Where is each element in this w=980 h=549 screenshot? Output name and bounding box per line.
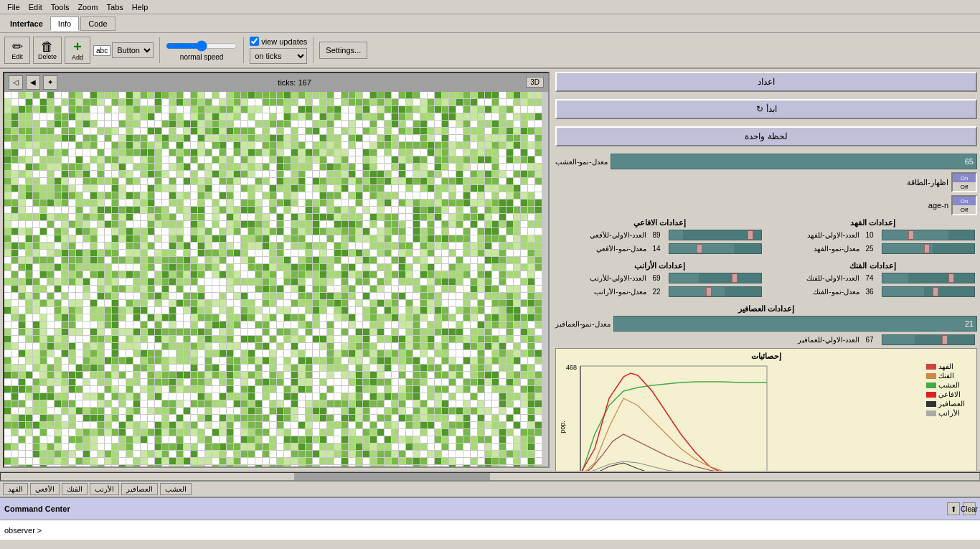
- legend-cheetah: الفهد: [926, 362, 974, 370]
- bottom-btn-cheetah[interactable]: الفهد: [3, 483, 28, 495]
- add-icon: +: [73, 39, 82, 54]
- cheetah-growth-track[interactable]: [882, 243, 975, 254]
- snake-initial-row: 89 العدد-الاولي-للأفعي: [555, 230, 764, 240]
- rabbit-initial-thumb[interactable]: [732, 273, 738, 283]
- right-panel: اعداد ابدأ ↻ لحظة واحدة 65 معدل-نمو-العش…: [552, 69, 980, 471]
- view-updates-group[interactable]: view updates: [250, 37, 307, 46]
- speed-slider[interactable]: [166, 40, 237, 52]
- legend-grass: العشب: [926, 381, 974, 389]
- cheetah-growth-label: معدل-نمو-الفهد: [768, 245, 859, 253]
- rabbit-growth-track[interactable]: [669, 286, 762, 297]
- setup-button[interactable]: اعداد: [555, 72, 977, 92]
- sparrow-initial-thumb[interactable]: [942, 335, 948, 344]
- bottom-btn-rabbit[interactable]: الأرنب: [90, 483, 119, 495]
- fox-initial-thumb[interactable]: [948, 273, 954, 283]
- observer-input[interactable]: [44, 526, 976, 535]
- grass-monitor-row: 65 معدل-نمو-العشب: [555, 154, 977, 169]
- legend-rabbit-label: الأرانب: [938, 409, 960, 417]
- rabbit-title: إعدادات الأرانب: [555, 261, 764, 271]
- edit-button[interactable]: ✏ Edit: [4, 37, 30, 64]
- bottom-btn-grass[interactable]: العشب: [160, 483, 192, 495]
- age-toggle[interactable]: On Off: [951, 195, 977, 215]
- speed-control: normal speed: [166, 40, 237, 61]
- rabbit-initial-value: 69: [649, 274, 664, 282]
- cmd-expand-button[interactable]: ⬆: [947, 502, 960, 515]
- widget-type-dropdown[interactable]: abc Button: [93, 42, 154, 58]
- menu-file[interactable]: File: [3, 1, 24, 13]
- view-updates-checkbox[interactable]: [250, 37, 259, 46]
- action-buttons: اعداد: [555, 72, 977, 95]
- energy-toggle[interactable]: On Off: [951, 172, 977, 192]
- menu-zoom[interactable]: Zoom: [73, 1, 102, 13]
- widget-type-select[interactable]: Button: [112, 42, 154, 58]
- snake-growth-value: 14: [649, 245, 664, 253]
- bottom-btn-sparrow[interactable]: العصافير: [121, 483, 158, 495]
- hscrollbar[interactable]: [0, 471, 980, 481]
- legend-snake-label: الافاعي: [938, 390, 961, 398]
- fox-growth-thumb[interactable]: [933, 287, 938, 296]
- svg-rect-0: [580, 366, 767, 471]
- sim-zoom-out[interactable]: ◁: [9, 75, 23, 90]
- snake-growth-thumb[interactable]: [697, 244, 702, 253]
- menu-tools[interactable]: Tools: [47, 1, 74, 13]
- rabbit-growth-fill: [725, 287, 761, 296]
- settings-button[interactable]: Settings...: [319, 42, 367, 59]
- snake-growth-fill: [734, 244, 761, 253]
- sparrow-monitor-label: معدل-نمو-العمافير: [555, 320, 611, 328]
- step-button[interactable]: لحظة واحدة: [555, 126, 977, 146]
- chart-inner: 468 0 0 200 pop. time: [559, 362, 974, 471]
- fox-growth-label: معدل-نمو-الفنك: [768, 288, 859, 296]
- fox-initial-row: 74 العدد-الاولي-للفنك: [768, 273, 977, 283]
- sparrow-initial-value: 67: [862, 336, 877, 344]
- delete-label: Delete: [38, 53, 57, 60]
- svg-text:pop.: pop.: [559, 421, 566, 433]
- menu-edit[interactable]: Edit: [24, 1, 47, 13]
- on-ticks-select[interactable]: on ticks: [250, 48, 307, 64]
- legend-grass-color: [926, 383, 936, 388]
- rabbit-initial-label: العدد-الاولي-للأرنب: [555, 274, 646, 282]
- sim-panel: ◁ ◀ ✦ ticks: 167 3D: [3, 72, 550, 468]
- tab-code[interactable]: Code: [80, 17, 115, 31]
- cheetah-initial-track[interactable]: [882, 230, 975, 240]
- cheetah-initial-thumb[interactable]: [908, 230, 914, 240]
- edit-label: Edit: [11, 53, 23, 60]
- cmd-clear-button[interactable]: Clear: [963, 502, 976, 515]
- snake-initial-thumb[interactable]: [748, 230, 753, 240]
- fox-growth-row: 36 معدل-نمو-الفنك: [768, 286, 977, 297]
- legend-fox-label: الفنك: [938, 372, 954, 380]
- cheetah-initial-value: 10: [862, 231, 877, 239]
- legend-cheetah-color: [926, 364, 936, 370]
- three-d-button[interactable]: 3D: [526, 77, 544, 88]
- bottom-btn-snake[interactable]: الأفعي: [30, 483, 60, 495]
- legend-sparrow-label: العصافير: [938, 400, 965, 408]
- hscroll-track[interactable]: [0, 472, 980, 481]
- update-controls: view updates on ticks: [250, 37, 307, 64]
- tab-interface[interactable]: Interface: [3, 17, 50, 30]
- add-button[interactable]: + Add: [65, 37, 90, 64]
- snake-initial-track[interactable]: [669, 230, 762, 240]
- energy-toggle-row: On Off اظهار-الطاقة: [555, 172, 977, 192]
- sim-left[interactable]: ◀: [26, 75, 40, 90]
- go-button[interactable]: ابدأ ↻: [555, 99, 977, 119]
- hscroll-thumb[interactable]: [294, 473, 490, 480]
- rabbit-growth-thumb[interactable]: [706, 287, 712, 296]
- menu-tabs[interactable]: Tabs: [103, 1, 128, 13]
- snake-growth-track[interactable]: [669, 243, 762, 254]
- menu-help[interactable]: Help: [128, 1, 153, 13]
- tab-info[interactable]: Info: [50, 17, 79, 31]
- bottom-btn-fox[interactable]: الفنك: [62, 483, 88, 495]
- fox-growth-track[interactable]: [882, 286, 975, 297]
- add-label: Add: [72, 54, 83, 61]
- legend-snake: الافاعي: [926, 390, 974, 398]
- cheetah-growth-thumb[interactable]: [924, 244, 930, 253]
- fox-initial-track[interactable]: [882, 273, 975, 283]
- command-center-header: Command Center ⬆ Clear: [0, 497, 980, 520]
- settings-grid: إعدادات الفهد 10 العدد-الاولي-للفهد 25: [555, 218, 977, 300]
- sim-right[interactable]: ✦: [43, 75, 57, 90]
- delete-button[interactable]: 🗑 Delete: [33, 37, 62, 64]
- grid-container: [4, 92, 544, 466]
- energy-toggle-label: اظهار-الطاقة: [907, 178, 948, 187]
- ticks-value: 167: [298, 78, 311, 87]
- rabbit-initial-track[interactable]: [669, 273, 762, 283]
- sparrow-initial-track[interactable]: [882, 334, 975, 345]
